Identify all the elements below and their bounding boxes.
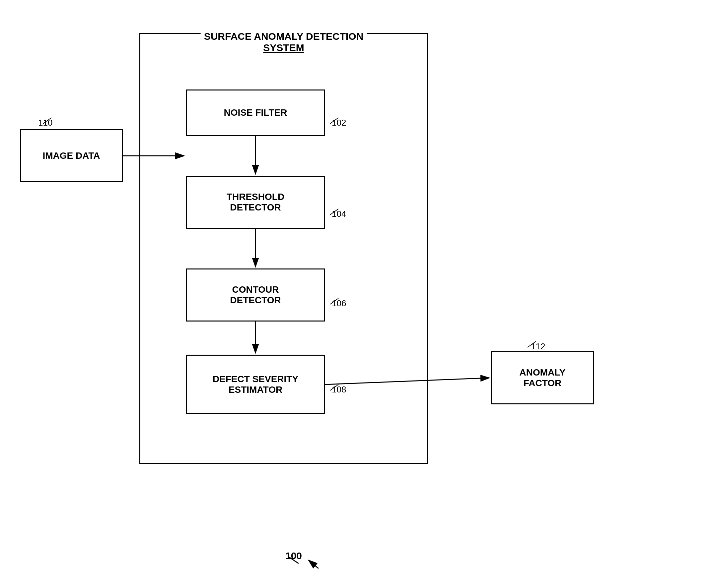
ref-108: 108 — [332, 384, 346, 395]
ref-112: 112 — [531, 341, 545, 352]
diagram-container: SURFACE ANOMALY DETECTION SYSTEM IMAGE D… — [0, 0, 711, 588]
system-title: SURFACE ANOMALY DETECTION SYSTEM — [201, 31, 367, 53]
ref-106: 106 — [332, 298, 346, 309]
ref-100-arrow — [308, 560, 319, 568]
diagram-number: 100 — [285, 550, 302, 562]
ref-104: 104 — [332, 209, 346, 219]
defect-severity-estimator-block: DEFECT SEVERITY ESTIMATOR — [186, 355, 325, 414]
contour-detector-block: CONTOUR DETECTOR — [186, 269, 325, 321]
ref-102: 102 — [332, 118, 346, 128]
image-data-block: IMAGE DATA — [20, 129, 123, 182]
ref-110: 110 — [38, 118, 52, 128]
noise-filter-block: NOISE FILTER — [186, 90, 325, 136]
threshold-detector-block: THRESHOLD DETECTOR — [186, 176, 325, 229]
anomaly-factor-block: ANOMALY FACTOR — [491, 351, 594, 404]
